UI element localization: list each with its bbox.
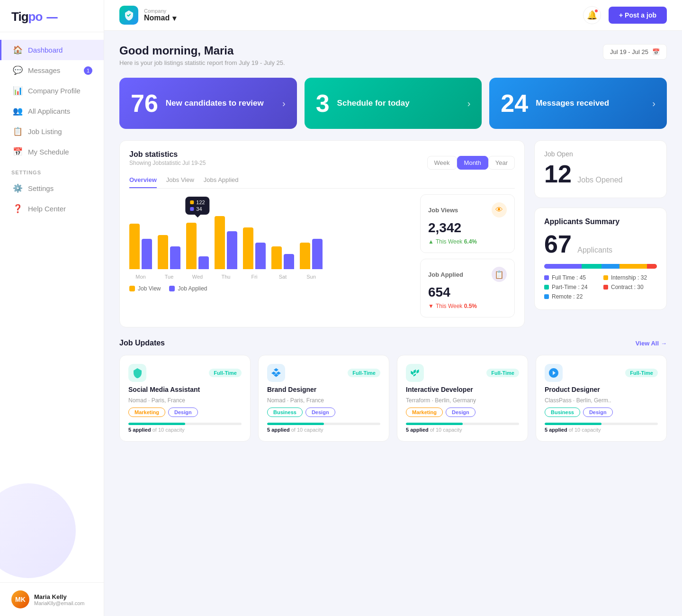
applicants-icon: 👥 [13, 106, 22, 116]
tag-design: Design [305, 408, 335, 417]
tab-year[interactable]: Year [488, 156, 515, 170]
bar-group-mon: Mon [129, 224, 152, 280]
tooltip-applied-row: 34 [190, 206, 202, 212]
company-name: Nomad ▾ [144, 14, 176, 23]
progress-bar [406, 423, 519, 425]
job-card-top: Full-Time [128, 364, 242, 382]
notification-button[interactable]: 🔔 [583, 6, 601, 24]
change-value: This Week 0.5% [436, 303, 477, 309]
tab-week[interactable]: Week [427, 156, 457, 170]
subtabs: Overview Jobs View Jobs Applied [129, 176, 515, 189]
stat-number: 3 [316, 91, 330, 116]
progress-text: 5 applied of 10 capacity [545, 427, 658, 433]
job-title: Brand Designer [267, 386, 380, 393]
legend-dot-view [129, 286, 135, 291]
chart-legend: Job View Job Applied [129, 285, 413, 292]
stat-card-messages[interactable]: 24 Messages received › [489, 78, 667, 129]
bar-group-sat: Sat [271, 246, 294, 280]
job-tags: Business Design [267, 408, 380, 417]
job-meta: Nomad · Paris, France [128, 397, 242, 404]
progress-fill [545, 423, 601, 425]
sidebar-item-label: Help Center [28, 205, 66, 213]
subtab-jobs-applied[interactable]: Jobs Applied [204, 176, 239, 188]
job-type-badge: Full-Time [486, 369, 519, 377]
stat-number: 24 [501, 91, 528, 116]
company-selector[interactable]: Company Nomad ▾ [119, 6, 176, 25]
job-stats-card: Job statistics Showing Jobstatistic Jul … [119, 140, 525, 327]
sidebar-item-all-applicants[interactable]: 👥 All Applicants [0, 101, 104, 121]
tag-marketing: Marketing [128, 408, 165, 417]
stat-card-schedule[interactable]: 3 Schedule for today › [305, 78, 482, 129]
arrow-icon: › [282, 98, 286, 109]
notification-dot [594, 9, 599, 13]
tag-design: Design [583, 408, 613, 417]
user-info: Maria Kelly MariaKlly@email.com [34, 593, 92, 606]
metric-header-views: Job Views 👁 [428, 202, 507, 217]
legend-parttime: Part-Time : 24 [544, 284, 598, 290]
sidebar-item-help-center[interactable]: ❓ Help Center [0, 199, 104, 219]
clipboard-icon: 📋 [492, 267, 507, 282]
subtab-overview[interactable]: Overview [129, 176, 157, 188]
down-arrow-icon: ▼ [428, 303, 434, 309]
date-range-button[interactable]: Jul 19 - Jul 25 📅 [603, 44, 667, 60]
sidebar-item-job-listing[interactable]: 📋 Job Listing [0, 121, 104, 142]
sidebar: Tigpo 🏠 Dashboard 💬 Messages 1 📊 Company… [0, 0, 104, 616]
job-cards-row: Full-Time Social Media Assistant Nomad ·… [119, 355, 667, 442]
job-open-label: Job Open [544, 150, 657, 158]
progress-text: 5 applied of 10 capacity [406, 427, 519, 433]
sidebar-item-messages[interactable]: 💬 Messages 1 [0, 60, 104, 81]
job-card-top: Full-Time [545, 364, 658, 382]
greeting-block: Good morning, Maria Here is your job lis… [119, 44, 285, 66]
job-updates-header: Job Updates View All → [119, 339, 667, 347]
metric-title-applied: Job Applied [428, 271, 463, 278]
tooltip-view-dot [190, 200, 194, 204]
bar-label-sun: Sun [306, 274, 316, 280]
metric-value-views: 2,342 [428, 220, 507, 236]
job-updates-title: Job Updates [119, 339, 165, 347]
legend-fulltime: Full Time : 45 [544, 274, 598, 281]
sidebar-item-settings[interactable]: ⚙️ Settings [0, 178, 104, 199]
job-type-badge: Full-Time [209, 369, 242, 377]
job-progress: 5 applied of 10 capacity [267, 423, 380, 433]
legend-dot-applied [169, 286, 175, 291]
job-card-interactive-developer: Full-Time Interactive Developer Terrafor… [397, 355, 528, 442]
tag-business: Business [267, 408, 303, 417]
job-title: Interactive Developer [406, 386, 519, 393]
job-tags: Marketing Design [406, 408, 519, 417]
view-all-button[interactable]: View All → [636, 340, 667, 347]
company-icon: 📊 [13, 86, 22, 96]
subtab-jobs-view[interactable]: Jobs View [166, 176, 194, 188]
sidebar-item-dashboard[interactable]: 🏠 Dashboard [0, 40, 104, 60]
job-open-card: Job Open 12 Jobs Opened [534, 140, 667, 198]
applicants-summary-card: Applicants Summary 67 Applicants [534, 208, 667, 310]
job-progress: 5 applied of 10 capacity [406, 423, 519, 433]
pb-remote [601, 264, 619, 269]
company-icon-nomad [128, 364, 146, 382]
schedule-icon: 📅 [13, 147, 22, 157]
messages-icon: 💬 [13, 65, 22, 75]
listing-icon: 📋 [13, 127, 22, 136]
applicants-progress-bar [544, 264, 657, 269]
legend-sq-remote [544, 294, 549, 299]
sidebar-item-my-schedule[interactable]: 📅 My Schedule [0, 142, 104, 162]
stat-card-candidates[interactable]: 76 New candidates to review › [119, 78, 297, 129]
job-title: Product Designer [545, 386, 658, 393]
bar-pair-sat [271, 246, 294, 269]
tab-month[interactable]: Month [457, 156, 488, 170]
legend-label-contract: Contract : 30 [611, 284, 644, 290]
job-stats-title: Job statistics [129, 150, 206, 159]
sidebar-item-label: My Schedule [28, 148, 69, 156]
job-card-social-media: Full-Time Social Media Assistant Nomad ·… [119, 355, 251, 442]
job-type-badge: Full-Time [348, 369, 380, 377]
metric-change-views: ▲ This Week 6.4% [428, 238, 507, 245]
post-job-button[interactable]: + Post a job [609, 7, 667, 24]
bar-label-tue: Tue [165, 274, 174, 280]
legend-job-applied: Job Applied [169, 285, 207, 292]
job-type-badge: Full-Time [625, 369, 658, 377]
metric-value-applied: 654 [428, 285, 507, 300]
bar-applied-wed [198, 256, 209, 269]
page-header: Good morning, Maria Here is your job lis… [119, 44, 667, 66]
bar-pair-tue [158, 235, 180, 269]
sidebar-item-company-profile[interactable]: 📊 Company Profile [0, 81, 104, 101]
bar-group-sun: Sun [300, 239, 323, 280]
